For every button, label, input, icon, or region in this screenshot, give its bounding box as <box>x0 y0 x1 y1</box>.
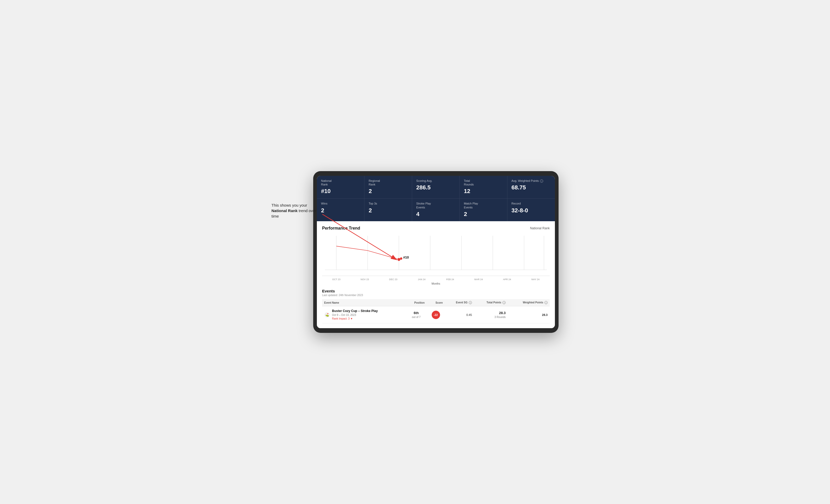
stat-stroke-play-events: Stroke PlayEvents 4 <box>412 199 459 221</box>
col-position: Position <box>406 299 427 306</box>
chart-x-labels: OCT 23 NOV 23 DEC 23 JAN 24 FEB 24 MAR 2… <box>322 277 550 281</box>
col-weighted-points: Weighted Points i <box>508 299 550 306</box>
svg-text:⛳: ⛳ <box>325 313 329 317</box>
info-icon: i <box>540 179 543 182</box>
stats-row-2: Wins 2 Top 3s 2 Stroke PlayEvents 4 Matc… <box>317 198 555 221</box>
performance-chart: #10 <box>322 234 550 276</box>
scene: This shows you your National Rank trend … <box>272 171 558 333</box>
performance-trend-sublabel: National Rank <box>530 227 550 230</box>
table-row: ⛳ Buster Cozy Cup – Stroke Play Oct 9 – … <box>322 306 550 324</box>
events-section: Events Last updated: 24th November 2023 … <box>322 289 550 324</box>
event-sg-cell: 0.45 <box>445 306 474 324</box>
event-score-cell: -22 <box>427 306 445 324</box>
tablet-screen: NationalRank #10 RegionalRank 2 Scoring … <box>317 176 555 328</box>
event-type-icon: ⛳ <box>324 312 330 318</box>
stat-top3s: Top 3s 2 <box>364 199 412 221</box>
main-content: Performance Trend National Rank <box>317 221 555 328</box>
col-event-sg: Event SG i <box>445 299 474 306</box>
event-name-cell: ⛳ Buster Cozy Cup – Stroke Play Oct 9 – … <box>322 306 406 324</box>
col-total-points: Total Points i <box>474 299 508 306</box>
total-points-info-icon: i <box>503 301 506 304</box>
event-weighted-points-cell: 28.3 <box>508 306 550 324</box>
performance-trend-header: Performance Trend National Rank <box>322 226 550 231</box>
weighted-points-info-icon: i <box>544 301 548 304</box>
stat-total-rounds: TotalRounds 12 <box>459 176 507 199</box>
score-badge: -22 <box>432 311 440 319</box>
event-sg-info-icon: i <box>469 301 472 304</box>
annotation-text: This shows you your National Rank trend … <box>272 202 324 219</box>
col-event-name: Event Name <box>322 299 406 306</box>
stat-scoring-avg: Scoring Avg. 286.5 <box>412 176 459 199</box>
tablet-frame: NationalRank #10 RegionalRank 2 Scoring … <box>313 171 558 333</box>
performance-trend-title: Performance Trend <box>322 226 360 231</box>
stat-match-play-events: Match PlayEvents 2 <box>459 199 507 221</box>
stat-national-rank: NationalRank #10 <box>317 176 364 199</box>
chart-x-title: Months <box>322 282 550 285</box>
stat-regional-rank: RegionalRank 2 <box>364 176 412 199</box>
events-last-updated: Last updated: 24th November 2023 <box>322 294 550 297</box>
col-score: Score <box>427 299 445 306</box>
event-position-cell: 6th out of 7 <box>406 306 427 324</box>
stat-wins: Wins 2 <box>317 199 364 221</box>
chart-svg: #10 <box>322 234 550 276</box>
svg-text:#10: #10 <box>403 256 409 259</box>
svg-point-13 <box>400 258 403 260</box>
stat-avg-weighted-points: Avg. Weighted Points i 68.75 <box>507 176 555 199</box>
events-title: Events <box>322 289 550 293</box>
events-table-header: Event Name Position Score Event SG i Tot… <box>322 299 550 306</box>
stats-row-1: NationalRank #10 RegionalRank 2 Scoring … <box>317 176 555 199</box>
stat-record: Record 32-8-0 <box>507 199 555 221</box>
svg-point-11 <box>397 258 401 261</box>
events-table: Event Name Position Score Event SG i Tot… <box>322 299 550 324</box>
event-total-points-cell: 28.3 3 Rounds <box>474 306 508 324</box>
